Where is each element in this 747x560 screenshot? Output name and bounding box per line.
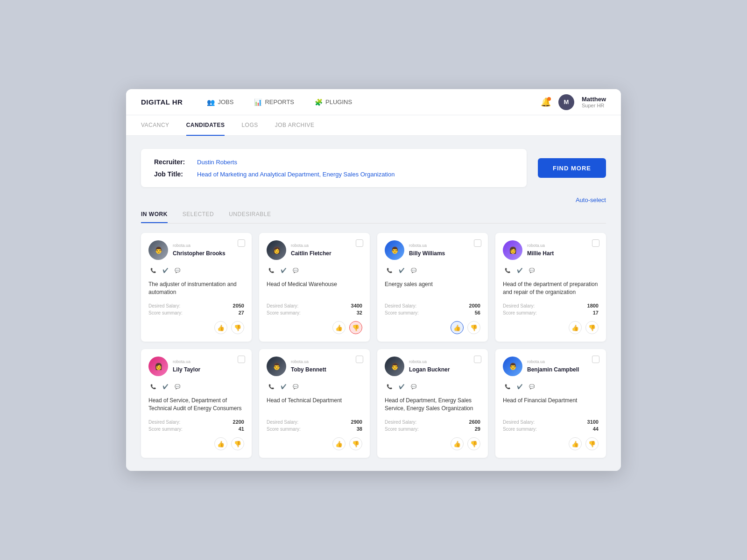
candidate-card: 👨 robota.ua Benjamin Campbell 📞 ✔️ 💬 Hea… xyxy=(495,349,606,458)
chat-icon[interactable]: 💬 xyxy=(409,382,418,391)
salary-row: Desired Salary: 3400 xyxy=(267,303,362,308)
thumb-down-button[interactable]: 👎 xyxy=(231,437,244,450)
thumb-up-button[interactable]: 👍 xyxy=(214,321,227,334)
sub-nav-candidates[interactable]: CANDIDATES xyxy=(186,115,225,136)
candidate-avatar: 👩 xyxy=(267,240,286,260)
check-icon[interactable]: ✔️ xyxy=(515,382,524,391)
chat-icon[interactable]: 💬 xyxy=(291,382,300,391)
sub-nav-vacancy[interactable]: VACANCY xyxy=(141,115,169,136)
check-icon[interactable]: ✔️ xyxy=(397,266,406,275)
score-value: 29 xyxy=(475,426,480,432)
phone-icon[interactable]: 📞 xyxy=(148,382,158,391)
action-icons: 📞 ✔️ 💬 xyxy=(148,382,244,391)
thumb-down-button[interactable]: 👎 xyxy=(349,321,362,334)
chat-icon[interactable]: 💬 xyxy=(409,266,418,275)
thumb-down-button[interactable]: 👎 xyxy=(585,321,599,334)
card-checkbox[interactable] xyxy=(238,239,245,247)
check-icon[interactable]: ✔️ xyxy=(279,382,288,391)
score-label: Score summary: xyxy=(503,310,537,315)
check-icon[interactable]: ✔️ xyxy=(515,266,524,275)
card-actions: 👍 👎 xyxy=(267,321,362,334)
notification-dot xyxy=(547,97,551,101)
thumb-up-button[interactable]: 👍 xyxy=(332,437,345,450)
candidate-info: robota.ua Logan Buckner xyxy=(409,359,480,373)
phone-icon[interactable]: 📞 xyxy=(503,266,512,275)
card-header: 👩 robota.ua Caitlin Fletcher xyxy=(267,240,362,260)
candidate-card: 👩 robota.ua Millie Hart 📞 ✔️ 💬 Head of t… xyxy=(495,233,606,342)
job-title-label: Job Title: xyxy=(154,170,191,178)
chat-icon[interactable]: 💬 xyxy=(173,266,182,275)
thumb-up-button[interactable]: 👍 xyxy=(569,437,582,450)
card-stats: Desired Salary: 2000 Score summary: 56 xyxy=(385,303,480,315)
action-icons: 📞 ✔️ 💬 xyxy=(267,266,362,275)
phone-icon[interactable]: 📞 xyxy=(267,382,276,391)
salary-row: Desired Salary: 2600 xyxy=(385,419,480,425)
thumb-down-button[interactable]: 👎 xyxy=(467,437,480,450)
tab-selected[interactable]: SELECTED xyxy=(183,211,214,223)
candidate-avatar: 👩 xyxy=(503,240,522,260)
chat-icon[interactable]: 💬 xyxy=(527,382,536,391)
thumb-down-button[interactable]: 👎 xyxy=(349,437,362,450)
candidate-title: The adjuster of instrumentation and auto… xyxy=(148,280,244,296)
sub-nav: VACANCY CANDIDATES LOGS JOB ARCHIVE xyxy=(126,115,621,136)
tab-in-work[interactable]: IN WORK xyxy=(141,211,168,223)
phone-icon[interactable]: 📞 xyxy=(148,266,158,275)
candidate-info: robota.ua Christopher Brooks xyxy=(173,243,244,257)
thumb-down-button[interactable]: 👎 xyxy=(585,437,599,450)
thumb-up-button[interactable]: 👍 xyxy=(451,437,464,450)
source-label: robota.ua xyxy=(173,359,244,364)
sub-nav-logs[interactable]: LOGS xyxy=(241,115,258,136)
auto-select-link[interactable]: Auto-select xyxy=(576,196,606,203)
candidate-name: Caitlin Fletcher xyxy=(291,250,331,257)
card-checkbox[interactable] xyxy=(356,356,363,363)
candidate-name: Toby Bennett xyxy=(291,366,326,373)
check-icon[interactable]: ✔️ xyxy=(397,382,406,391)
reports-icon: 📊 xyxy=(254,98,262,106)
find-more-button[interactable]: FIND MORE xyxy=(538,158,606,178)
sub-nav-job-archive[interactable]: JOB ARCHIVE xyxy=(275,115,315,136)
score-row: Score summary: 32 xyxy=(267,310,362,315)
score-label: Score summary: xyxy=(385,427,419,432)
card-checkbox[interactable] xyxy=(238,356,245,363)
salary-row: Desired Salary: 2050 xyxy=(148,303,244,308)
phone-icon[interactable]: 📞 xyxy=(385,382,394,391)
thumb-up-button[interactable]: 👍 xyxy=(214,437,227,450)
card-checkbox[interactable] xyxy=(356,239,363,247)
phone-icon[interactable]: 📞 xyxy=(267,266,276,275)
candidates-grid: 👨 robota.ua Christopher Brooks 📞 ✔️ 💬 Th… xyxy=(141,233,606,458)
phone-icon[interactable]: 📞 xyxy=(503,382,512,391)
card-checkbox[interactable] xyxy=(592,356,599,363)
nav-item-jobs[interactable]: 👥 JOBS xyxy=(205,89,235,115)
candidate-title: Head of Service, Department of Technical… xyxy=(148,397,244,413)
check-icon[interactable]: ✔️ xyxy=(161,266,170,275)
chat-icon[interactable]: 💬 xyxy=(527,266,536,275)
tab-undesirable[interactable]: UNDESIRABLE xyxy=(229,211,271,223)
notification-bell[interactable]: 🔔 xyxy=(541,97,551,107)
action-icons: 📞 ✔️ 💬 xyxy=(385,382,480,391)
phone-icon[interactable]: 📞 xyxy=(385,266,394,275)
candidate-avatar: 👨 xyxy=(148,240,168,260)
card-checkbox[interactable] xyxy=(474,239,481,247)
nav-item-reports[interactable]: 📊 REPORTS xyxy=(252,89,296,115)
thumb-up-button[interactable]: 👍 xyxy=(569,321,582,334)
thumb-down-button[interactable]: 👎 xyxy=(467,321,480,334)
check-icon[interactable]: ✔️ xyxy=(161,382,170,391)
nav-item-plugins[interactable]: 🧩 PLUGINS xyxy=(313,89,354,115)
card-stats: Desired Salary: 3400 Score summary: 32 xyxy=(267,303,362,315)
candidate-title: Head of the department of preparation an… xyxy=(503,280,599,296)
recruiter-value: Dustin Roberts xyxy=(197,159,237,166)
check-icon[interactable]: ✔️ xyxy=(279,266,288,275)
salary-value: 2600 xyxy=(469,419,480,425)
card-checkbox[interactable] xyxy=(474,356,481,363)
chat-icon[interactable]: 💬 xyxy=(291,266,300,275)
source-label: robota.ua xyxy=(409,359,480,364)
candidate-name: Christopher Brooks xyxy=(173,250,226,257)
thumb-up-button[interactable]: 👍 xyxy=(332,321,345,334)
card-checkbox[interactable] xyxy=(592,239,599,247)
score-row: Score summary: 44 xyxy=(503,426,599,432)
salary-row: Desired Salary: 3100 xyxy=(503,419,599,425)
thumb-up-button[interactable]: 👍 xyxy=(451,321,464,334)
job-title-row: Job Title: Head of Marketing and Analyti… xyxy=(154,170,514,178)
chat-icon[interactable]: 💬 xyxy=(173,382,182,391)
thumb-down-button[interactable]: 👎 xyxy=(231,321,244,334)
